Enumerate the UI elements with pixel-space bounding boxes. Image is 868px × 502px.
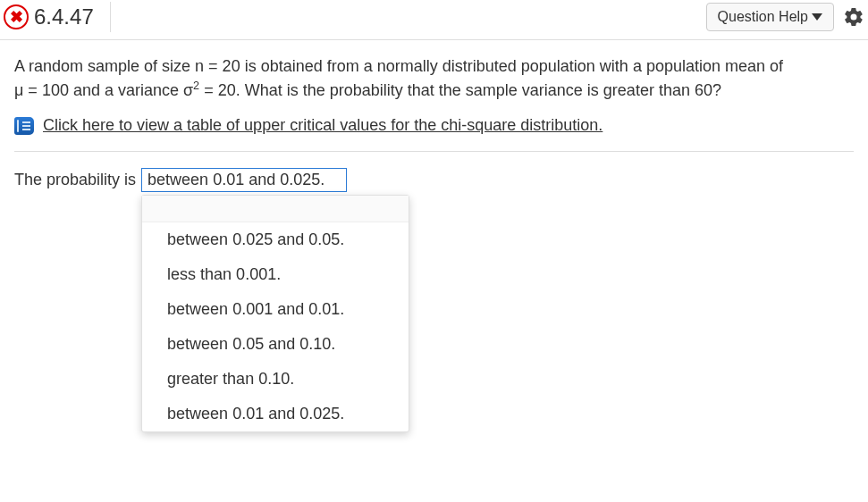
divider: [14, 151, 854, 152]
chi-square-table-link[interactable]: Click here to view a table of upper crit…: [43, 116, 603, 135]
answer-select[interactable]: between 0.01 and 0.025.: [141, 168, 347, 192]
answer-row: The probability is between 0.01 and 0.02…: [14, 168, 854, 192]
reference-link-row: Click here to view a table of upper crit…: [14, 116, 854, 135]
gear-icon[interactable]: [843, 6, 864, 28]
content-area: A random sample of size n = 20 is obtain…: [0, 40, 868, 192]
help-label: Question Help: [718, 9, 808, 25]
dropdown-option[interactable]: between 0.001 and 0.01.: [142, 292, 409, 327]
answer-dropdown: between 0.025 and 0.05. less than 0.001.…: [141, 195, 409, 432]
question-prompt: A random sample of size n = 20 is obtain…: [14, 54, 854, 102]
book-icon: [14, 117, 34, 135]
answer-label: The probability is: [14, 171, 136, 189]
x-icon: ✖: [10, 9, 23, 25]
dropdown-option[interactable]: less than 0.001.: [142, 257, 409, 292]
prompt-line1: A random sample of size n = 20 is obtain…: [14, 57, 783, 75]
incorrect-status-icon: ✖: [4, 4, 29, 29]
dropdown-option[interactable]: between 0.05 and 0.10.: [142, 327, 409, 362]
question-number: 6.4.47: [34, 2, 111, 32]
prompt-line2b: = 20. What is the probability that the s…: [199, 81, 721, 99]
question-help-button[interactable]: Question Help: [706, 3, 834, 31]
dropdown-option[interactable]: between 0.025 and 0.05.: [142, 222, 409, 257]
prompt-line2a: μ = 100 and a variance σ: [14, 81, 193, 99]
dropdown-option[interactable]: greater than 0.10.: [142, 362, 409, 397]
header-right: Question Help: [706, 3, 864, 31]
caret-down-icon: [812, 13, 822, 21]
dropdown-wrap: between 0.01 and 0.025. between 0.025 an…: [141, 168, 347, 192]
question-header: ✖ 6.4.47 Question Help: [0, 0, 868, 40]
dropdown-option[interactable]: between 0.01 and 0.025.: [142, 397, 409, 431]
dropdown-header: [142, 196, 409, 222]
header-left: ✖ 6.4.47: [4, 2, 111, 32]
